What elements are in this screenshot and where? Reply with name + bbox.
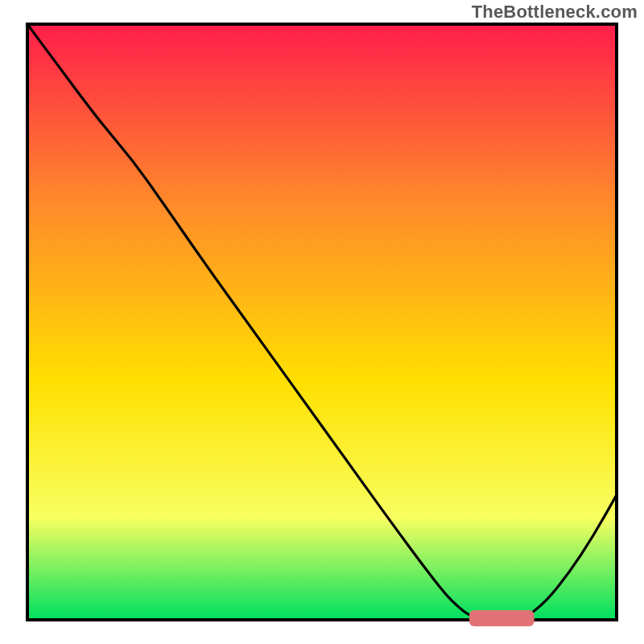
bottleneck-chart <box>0 0 644 644</box>
chart-container: { "watermark": "TheBottleneck.com", "col… <box>0 0 644 644</box>
plot-background <box>29 26 615 618</box>
optimal-marker <box>469 610 535 626</box>
